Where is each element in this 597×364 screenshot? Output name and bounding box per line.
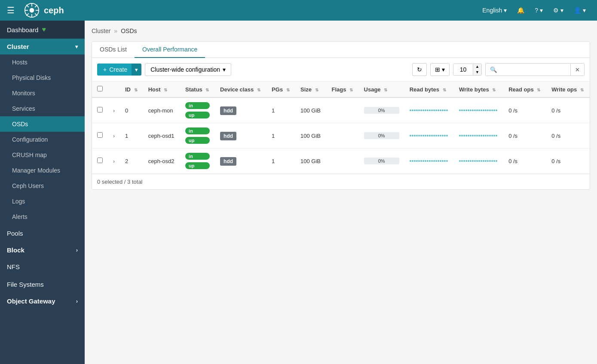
search-button[interactable]: 🔍 <box>486 64 502 76</box>
sidebar-item-physical-disks[interactable]: Physical Disks <box>0 70 85 85</box>
expand-icon[interactable]: › <box>113 108 115 114</box>
hamburger-icon[interactable]: ☰ <box>7 5 15 15</box>
host-column-header[interactable]: Host ⇅ <box>143 82 180 97</box>
usage-column-header[interactable]: Usage ⇅ <box>359 82 404 97</box>
search-clear-button[interactable]: ✕ <box>570 64 584 76</box>
settings-button[interactable]: ⚙ ▾ <box>549 4 568 16</box>
sidebar-item-file-systems[interactable]: File Systems <box>0 276 85 293</box>
tab-osds-list[interactable]: OSDs List <box>92 42 135 58</box>
row-flags <box>326 97 358 123</box>
tab-overall-performance[interactable]: Overall Performance <box>135 42 205 58</box>
row-expand-cell[interactable]: › <box>108 123 120 149</box>
page-size-up-button[interactable]: ▲ <box>473 64 481 70</box>
expand-icon[interactable]: › <box>113 133 115 139</box>
write-bytes-column-header[interactable]: Write bytes ⇅ <box>454 82 503 97</box>
sidebar-item-dashboard[interactable]: Dashboard ♥ <box>0 21 85 39</box>
sidebar-item-nfs[interactable]: NFS <box>0 258 85 276</box>
brand-name: ceph <box>44 6 64 15</box>
write-ops-sort-icon: ⇅ <box>580 88 584 92</box>
sidebar-item-crush-map[interactable]: CRUSH map <box>0 147 85 163</box>
expand-icon[interactable]: › <box>113 158 115 164</box>
row-checkbox-cell[interactable] <box>92 123 108 149</box>
row-checkbox[interactable] <box>97 158 103 163</box>
sidebar-section-cluster[interactable]: Cluster ▾ <box>0 39 85 55</box>
search-group: 🔍 ✕ <box>485 63 585 76</box>
sidebar-item-services[interactable]: Services <box>0 101 85 116</box>
osds-card: OSDs List Overall Performance + Create ▾… <box>92 41 590 190</box>
user-button[interactable]: 👤 ▾ <box>569 4 590 16</box>
cluster-config-button[interactable]: Cluster-wide configuration ▾ <box>145 63 231 76</box>
svg-point-1 <box>30 8 34 13</box>
read-ops-column-header[interactable]: Read ops ⇅ <box>503 82 546 97</box>
sidebar-item-alerts[interactable]: Alerts <box>0 209 85 224</box>
object-gateway-label: Object Gateway <box>7 297 55 305</box>
help-button[interactable]: ? ▾ <box>530 4 547 16</box>
status-up-badge: up <box>185 137 210 144</box>
status-sort-icon: ⇅ <box>205 88 209 92</box>
row-checkbox[interactable] <box>97 132 103 138</box>
size-sort-icon: ⇅ <box>315 88 318 92</box>
table-header-row: ID ⇅ Host ⇅ Status ⇅ Device class <box>92 82 590 97</box>
config-chevron-icon: ▾ <box>223 66 226 73</box>
sparkline <box>459 160 498 162</box>
sidebar-item-ceph-users[interactable]: Ceph Users <box>0 178 85 194</box>
host-sort-icon: ⇅ <box>164 88 167 92</box>
row-host: ceph-osd2 <box>143 149 180 174</box>
row-size: 100 GiB <box>295 149 326 174</box>
gear-icon: ⚙ <box>553 7 559 14</box>
sidebar-item-hosts[interactable]: Hosts <box>0 55 85 70</box>
sidebar-section-object-gateway[interactable]: Object Gateway › <box>0 293 85 309</box>
main-layout: Dashboard ♥ Cluster ▾ Hosts Physical Dis… <box>0 21 597 364</box>
language-selector[interactable]: English ▾ <box>478 4 511 16</box>
columns-chevron-icon: ▾ <box>442 66 445 73</box>
row-checkbox-cell[interactable] <box>92 97 108 123</box>
sidebar-item-pools[interactable]: Pools <box>0 224 85 242</box>
pgs-column-header[interactable]: PGs ⇅ <box>266 82 295 97</box>
notifications-button[interactable]: 🔔 <box>513 4 529 16</box>
page-size-group: ▲ ▼ <box>453 64 482 76</box>
create-dropdown-button[interactable]: ▾ <box>132 64 141 76</box>
clear-icon: ✕ <box>575 67 580 73</box>
row-checkbox[interactable] <box>97 107 103 112</box>
search-input[interactable] <box>502 64 570 76</box>
write-ops-column-header[interactable]: Write ops ⇅ <box>546 82 590 97</box>
row-read-bytes <box>404 149 454 174</box>
sidebar-item-configuration[interactable]: Configuration <box>0 132 85 147</box>
sidebar: Dashboard ♥ Cluster ▾ Hosts Physical Dis… <box>0 21 85 364</box>
heart-icon: ♥ <box>42 26 46 33</box>
select-all-header[interactable] <box>92 82 108 97</box>
sidebar-item-manager-modules[interactable]: Manager Modules <box>0 163 85 178</box>
status-in-badge: in <box>185 102 210 109</box>
row-host: ceph-mon <box>143 97 180 123</box>
columns-button[interactable]: ⊞ ▾ <box>430 63 450 76</box>
usage-text: 0% <box>364 158 399 164</box>
select-all-checkbox[interactable] <box>97 86 103 91</box>
crush-map-label: CRUSH map <box>12 152 47 158</box>
usage-bar: 0% <box>364 158 399 164</box>
create-button[interactable]: + Create <box>97 64 133 76</box>
breadcrumb-cluster[interactable]: Cluster <box>92 27 110 34</box>
settings-chevron-icon: ▾ <box>560 7 563 14</box>
sidebar-item-osds[interactable]: OSDs <box>0 116 85 132</box>
page-size-input[interactable] <box>453 64 473 75</box>
read-bytes-column-header[interactable]: Read bytes ⇅ <box>404 82 454 97</box>
row-checkbox-cell[interactable] <box>92 149 108 174</box>
read-bytes-sort-icon: ⇅ <box>443 88 446 92</box>
device-class-column-header[interactable]: Device class ⇅ <box>215 82 266 97</box>
sidebar-section-block[interactable]: Block › <box>0 242 85 258</box>
row-expand-cell[interactable]: › <box>108 97 120 123</box>
row-status: in up <box>180 149 215 174</box>
page-size-down-button[interactable]: ▼ <box>473 70 481 75</box>
size-column-header[interactable]: Size ⇅ <box>295 82 326 97</box>
pools-label: Pools <box>7 230 23 237</box>
refresh-button[interactable]: ↻ <box>412 63 427 76</box>
sidebar-item-logs[interactable]: Logs <box>0 194 85 209</box>
sidebar-item-monitors[interactable]: Monitors <box>0 85 85 101</box>
row-expand-cell[interactable]: › <box>108 149 120 174</box>
id-column-header[interactable]: ID ⇅ <box>120 82 143 97</box>
status-column-header[interactable]: Status ⇅ <box>180 82 215 97</box>
physical-disks-label: Physical Disks <box>12 74 51 81</box>
flags-column-header[interactable]: Flags ⇅ <box>326 82 358 97</box>
content-area: Cluster » OSDs OSDs List Overall Perform… <box>85 21 597 364</box>
usage-text: 0% <box>364 107 399 114</box>
